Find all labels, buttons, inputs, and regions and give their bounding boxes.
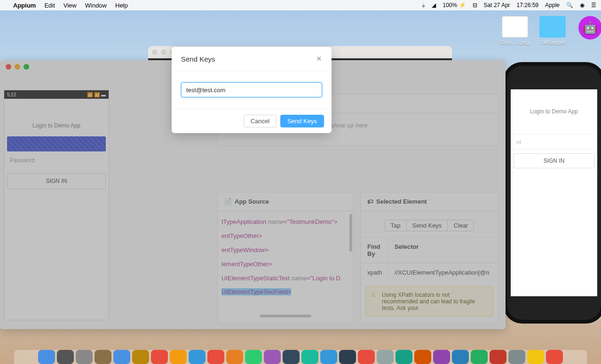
dock-app[interactable] (471, 350, 488, 364)
menu-window[interactable]: Window (85, 2, 107, 9)
horizontal-scrollbar[interactable] (260, 315, 311, 317)
menubar-time[interactable]: 17:26:59 (517, 2, 539, 8)
dock-app[interactable] (226, 350, 243, 364)
source-tree-node[interactable]: entTypeWindow> (218, 243, 353, 257)
device-screenshot-preview[interactable]: 5:22 📶📶▬ Login to Demo App Password SIGN… (4, 90, 109, 320)
volume-icon[interactable]: ◢ (432, 2, 436, 8)
desktop-label: TMSample (540, 40, 565, 45)
desktop-label: Scre…1.png (500, 40, 529, 45)
folder-icon (539, 16, 566, 38)
source-tree-node[interactable]: UIElementTypeStaticText name="Login to D (218, 271, 353, 285)
sim-password-field[interactable]: rd (514, 136, 594, 150)
png-file-icon (502, 16, 528, 38)
desktop-android-icon[interactable]: 🤖 (572, 16, 601, 41)
sim-signin-button[interactable]: SIGN IN (514, 153, 594, 168)
app-source-panel: 📄App Source tTypeApplication name="Testm… (217, 192, 354, 324)
dock-app[interactable] (132, 350, 149, 364)
xpath-warning: Using XPath locators is not recommended … (365, 286, 493, 317)
dock-app-safari[interactable] (113, 350, 130, 364)
modal-title: Send Keys (181, 55, 215, 63)
dock-app-finder[interactable] (38, 350, 55, 364)
source-tree-node[interactable]: lementTypeOther> (218, 257, 353, 271)
vertical-scrollbar[interactable] (349, 214, 352, 270)
desktop-folder-tmsample[interactable]: TMSample (534, 16, 571, 45)
preview-password-field[interactable]: Password (7, 154, 106, 168)
dock-app[interactable] (320, 350, 337, 364)
selector-value: //XCUIElementTypeApplication[@n (388, 263, 498, 282)
menubar-user[interactable]: Apple (545, 2, 560, 8)
dock-app[interactable] (452, 350, 469, 364)
selected-element-title: Selected Element (376, 198, 427, 205)
menu-app-name[interactable]: Appium (13, 2, 36, 9)
menu-view[interactable]: View (63, 2, 77, 9)
dock-app[interactable] (546, 350, 563, 364)
selected-element-panel: 🏷Selected Element Tap Send Keys Clear Fi… (360, 192, 498, 324)
macos-menubar: Appium Edit View Window Help ⏚ ◢ 100% ⚡ … (0, 0, 601, 10)
wifi-icon[interactable]: ⏚ (422, 2, 425, 8)
desktop-file-screenshot1[interactable]: Scre…1.png (497, 16, 533, 45)
window-close-icon[interactable] (6, 64, 11, 70)
preview-app-title: Login to Demo App (7, 122, 106, 129)
preview-signin-button[interactable]: SIGN IN (7, 173, 106, 189)
dock-app[interactable] (433, 350, 450, 364)
send-keys-submit-button[interactable]: Send Keys (280, 115, 324, 127)
dock-app[interactable] (264, 350, 281, 364)
dock-app[interactable] (189, 350, 206, 364)
battery-status[interactable]: 100% ⚡ (443, 2, 466, 8)
send-keys-modal: Send Keys ✕ Cancel Send Keys (172, 47, 332, 133)
preview-email-field-selected[interactable] (7, 136, 106, 151)
spotlight-icon[interactable]: 🔍 (566, 2, 573, 8)
preview-time: 5:22 (7, 92, 16, 97)
dock-app[interactable] (301, 350, 318, 364)
dock-app[interactable] (395, 350, 412, 364)
signal-icon: 📶 (87, 92, 93, 97)
dock-app[interactable] (508, 350, 525, 364)
send-keys-button[interactable]: Send Keys (406, 220, 448, 231)
sim-email-field[interactable] (514, 121, 594, 135)
tag-icon: 🏷 (367, 198, 373, 205)
menu-edit[interactable]: Edit (44, 2, 55, 9)
dock-app[interactable] (358, 350, 375, 364)
modal-close-icon[interactable]: ✕ (316, 55, 322, 63)
source-tree-node[interactable]: tTypeApplication name="TestmunkDemo"> (218, 215, 353, 229)
source-icon: 📄 (224, 198, 232, 205)
cancel-button[interactable]: Cancel (244, 115, 277, 127)
ios-simulator-window: Login to Demo App rd SIGN IN (507, 66, 601, 320)
dock-app[interactable] (490, 350, 506, 364)
findby-header: Find By (361, 237, 388, 263)
android-icon: 🤖 (578, 16, 601, 40)
tap-button[interactable]: Tap (385, 220, 407, 231)
window-maximize-icon[interactable] (24, 64, 29, 70)
dock-app[interactable] (414, 350, 431, 364)
window-minimize-icon[interactable] (15, 64, 20, 70)
selector-header: Selector (388, 237, 498, 263)
control-center-icon[interactable]: ⊟ (473, 2, 477, 8)
dock-app[interactable] (339, 350, 356, 364)
findby-value: xpath (361, 263, 388, 282)
dock-app[interactable] (245, 350, 262, 364)
dock-app-calendar[interactable] (207, 350, 224, 364)
dock-app[interactable] (283, 350, 300, 364)
battery-icon: ▬ (101, 92, 106, 97)
source-tree-node[interactable]: entTypeOther> (218, 229, 353, 243)
dock-app-chrome[interactable] (151, 350, 168, 364)
sim-app-title: Login to Demo App (511, 89, 597, 119)
dock-app[interactable] (76, 350, 93, 364)
dock-app[interactable] (57, 350, 74, 364)
dock-app[interactable] (95, 350, 111, 364)
notification-center-icon[interactable]: ☰ (591, 2, 596, 8)
menubar-date[interactable]: Sat 27 Apr (484, 2, 510, 8)
menu-help[interactable]: Help (115, 2, 128, 9)
dock-app[interactable] (527, 350, 544, 364)
send-keys-input[interactable] (181, 82, 322, 97)
macos-dock (14, 350, 587, 364)
clear-button[interactable]: Clear (447, 220, 474, 231)
dock-app[interactable] (377, 350, 394, 364)
siri-icon[interactable]: ◉ (580, 2, 585, 8)
dock-app[interactable] (170, 350, 187, 364)
wifi-icon: 📶 (94, 92, 100, 97)
source-tree-node-selected[interactable]: UIElementTypeTextField> (218, 285, 353, 299)
app-source-title: App Source (235, 198, 269, 205)
